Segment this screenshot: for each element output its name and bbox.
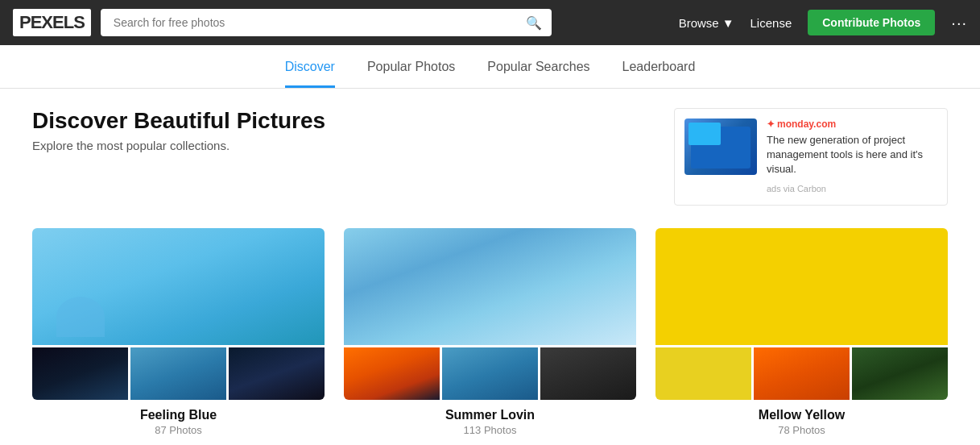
collection-card-mellow-yellow[interactable]: Mellow Yellow 78 Photos xyxy=(655,228,948,436)
collection-thumb-2-1 xyxy=(344,347,440,400)
collection-thumb-3-1 xyxy=(655,347,751,400)
collection-images-summer-lovin xyxy=(344,228,636,400)
collection-thumb-1-2 xyxy=(130,347,226,400)
contribute-button[interactable]: Contribute Photos xyxy=(808,10,935,35)
browse-label: Browse xyxy=(679,16,719,30)
collection-thumb-1-1 xyxy=(32,347,128,400)
collection-main-image-2 xyxy=(344,228,636,345)
top-section: Discover Beautiful Pictures Explore the … xyxy=(32,108,948,206)
ad-brand-name: monday.com xyxy=(777,119,836,130)
collection-thumb-2-2 xyxy=(442,347,538,400)
ad-content: ✦ monday.com The new generation of proje… xyxy=(767,119,937,195)
collection-card-summer-lovin[interactable]: Summer Lovin 113 Photos xyxy=(344,228,636,436)
search-icon: 🔍 xyxy=(526,15,542,31)
search-bar: 🔍 xyxy=(101,9,552,36)
nav-tabs: Discover Popular Photos Popular Searches… xyxy=(0,45,980,89)
collection-card-feeling-blue[interactable]: Feeling Blue 87 Photos xyxy=(32,228,325,436)
collection-images-mellow-yellow xyxy=(655,228,948,400)
collection-name-3: Mellow Yellow xyxy=(655,408,948,422)
main-content: Discover Beautiful Pictures Explore the … xyxy=(0,89,980,445)
collection-count-3: 78 Photos xyxy=(655,424,948,436)
tab-popular-photos[interactable]: Popular Photos xyxy=(367,45,455,88)
ad-box[interactable]: ✦ monday.com The new generation of proje… xyxy=(674,108,948,206)
ad-brand: ✦ monday.com xyxy=(767,119,937,130)
collection-count-2: 113 Photos xyxy=(344,424,636,436)
collection-thumbs-1 xyxy=(32,347,325,400)
collection-name-1: Feeling Blue xyxy=(32,408,325,422)
logo[interactable]: PEXELS xyxy=(13,9,91,36)
collection-name-2: Summer Lovin xyxy=(344,408,636,422)
collections-grid: Feeling Blue 87 Photos Summer Lovin 113 … xyxy=(32,228,948,436)
collection-thumb-1-3 xyxy=(229,347,325,400)
collection-main-image-1 xyxy=(32,228,325,345)
header-right: Browse ▼ License Contribute Photos ··· xyxy=(679,10,967,35)
ad-via: ads via Carbon xyxy=(767,184,826,193)
more-options-button[interactable]: ··· xyxy=(951,14,967,32)
collection-thumbs-3 xyxy=(655,347,948,400)
license-button[interactable]: License xyxy=(751,16,792,30)
tab-leaderboard[interactable]: Leaderboard xyxy=(622,45,696,88)
search-input[interactable] xyxy=(101,9,552,36)
hero-text: Discover Beautiful Pictures Explore the … xyxy=(32,108,325,152)
header: PEXELS 🔍 Browse ▼ License Contribute Pho… xyxy=(0,0,980,45)
collection-thumb-3-2 xyxy=(754,347,850,400)
tab-popular-searches[interactable]: Popular Searches xyxy=(487,45,589,88)
browse-button[interactable]: Browse ▼ xyxy=(679,16,734,30)
collection-thumbs-2 xyxy=(344,347,636,400)
tab-discover[interactable]: Discover xyxy=(285,45,335,88)
collection-thumb-3-3 xyxy=(852,347,948,400)
collection-thumb-2-3 xyxy=(540,347,636,400)
page-subtitle: Explore the most popular collections. xyxy=(32,139,325,152)
ad-image xyxy=(684,119,757,175)
collection-images-feeling-blue xyxy=(32,228,325,400)
collection-main-image-3 xyxy=(655,228,948,345)
ad-brand-icon: ✦ xyxy=(767,119,775,130)
collection-count-1: 87 Photos xyxy=(32,424,325,436)
chevron-down-icon: ▼ xyxy=(722,16,734,30)
ad-text: The new generation of project management… xyxy=(767,133,937,177)
page-title: Discover Beautiful Pictures xyxy=(32,108,325,134)
